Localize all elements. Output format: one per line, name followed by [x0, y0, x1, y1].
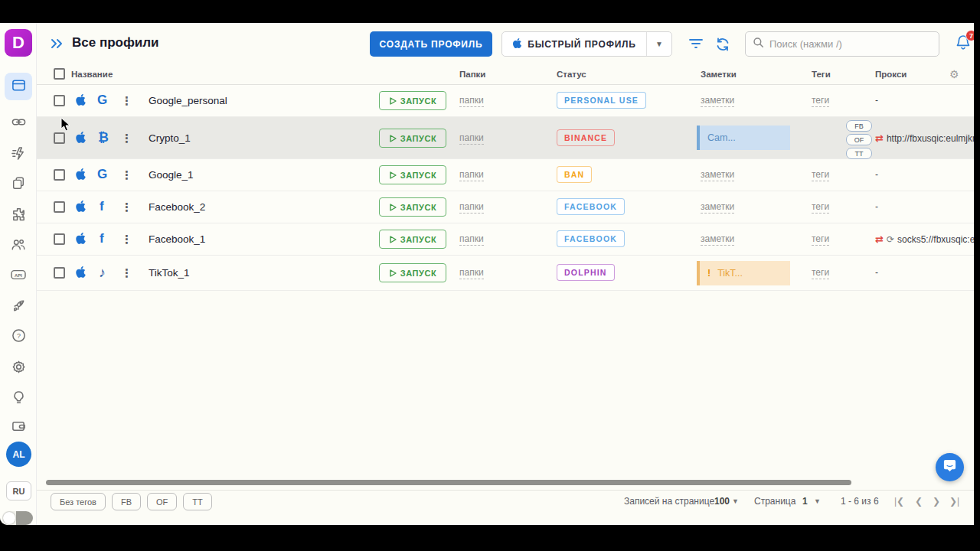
- folders-link[interactable]: папки: [459, 132, 484, 145]
- first-page-icon[interactable]: |❮: [894, 496, 904, 507]
- table-row[interactable]: ♪ ⋮ TikTok_1 ЗАПУСК папки DOLPHIN !TikT.…: [37, 256, 974, 291]
- status-badge[interactable]: FACEBOOK: [557, 230, 625, 247]
- tag-list[interactable]: FB OF TT: [846, 120, 872, 159]
- row-checkbox[interactable]: [54, 267, 65, 279]
- col-notes[interactable]: Заметки: [701, 70, 737, 79]
- select-all-checkbox[interactable]: [54, 68, 65, 80]
- notes-link[interactable]: заметки: [701, 95, 734, 107]
- horizontal-scrollbar[interactable]: [46, 480, 851, 485]
- table-row[interactable]: f ⋮ Facebook_2 ЗАПУСК папки FACEBOOK зам…: [37, 191, 974, 223]
- proxy-cell[interactable]: -: [875, 201, 974, 212]
- proxy-cell[interactable]: -: [875, 267, 974, 278]
- row-checkbox[interactable]: [54, 233, 65, 245]
- profile-name[interactable]: Facebook_2: [149, 201, 205, 213]
- table-row[interactable]: f ⋮ Facebook_1 ЗАПУСК папки FACEBOOK зам…: [37, 223, 974, 256]
- col-folders[interactable]: Папки: [459, 70, 485, 79]
- row-menu-icon[interactable]: ⋮: [121, 94, 132, 108]
- support-chat-button[interactable]: [936, 453, 964, 481]
- row-checkbox[interactable]: [54, 201, 65, 213]
- row-menu-icon[interactable]: ⋮: [121, 266, 132, 280]
- row-menu-icon[interactable]: ⋮: [121, 201, 132, 214]
- search-box[interactable]: [745, 31, 939, 57]
- tag-chip[interactable]: TT: [846, 148, 872, 159]
- avatar[interactable]: AL: [6, 442, 31, 467]
- tags-link[interactable]: теги: [812, 267, 829, 279]
- launch-button[interactable]: ЗАПУСК: [379, 91, 446, 110]
- sidebar-item-api[interactable]: API: [5, 262, 32, 290]
- sidebar-item-whatsnew[interactable]: [5, 385, 32, 412]
- sidebar-item-profiles[interactable]: [5, 73, 32, 100]
- tags-link[interactable]: теги: [812, 201, 829, 214]
- next-page-icon[interactable]: ❯: [933, 496, 940, 507]
- theme-toggle[interactable]: [2, 511, 33, 525]
- notes-link[interactable]: заметки: [701, 233, 734, 246]
- sidebar-item-help[interactable]: ?: [5, 323, 32, 350]
- notes-link[interactable]: заметки: [701, 201, 734, 214]
- table-row[interactable]: ₿ ⋮ Crypto_1 ЗАПУСК папки BINANCE Cam...…: [37, 117, 974, 159]
- proxy-cell[interactable]: ⇄⟳socks5://fbxusqic:eu: [875, 233, 974, 245]
- language-button[interactable]: RU: [6, 481, 31, 500]
- tags-link[interactable]: теги: [812, 169, 829, 181]
- profile-name[interactable]: Facebook_1: [149, 233, 205, 245]
- folders-link[interactable]: папки: [459, 95, 484, 107]
- page-select[interactable]: 1: [802, 496, 808, 507]
- row-menu-icon[interactable]: ⋮: [121, 233, 132, 246]
- row-menu-icon[interactable]: ⋮: [121, 168, 132, 182]
- launch-button[interactable]: ЗАПУСК: [379, 197, 446, 217]
- tags-link[interactable]: теги: [812, 233, 829, 246]
- collapse-sidebar-icon[interactable]: [49, 37, 64, 54]
- launch-button[interactable]: ЗАПУСК: [379, 230, 446, 249]
- profile-name[interactable]: Google_personal: [149, 95, 227, 106]
- dolphin-logo[interactable]: D: [5, 29, 32, 57]
- filter-icon[interactable]: [688, 37, 705, 52]
- sidebar-item-boost[interactable]: [5, 293, 32, 321]
- note-preview[interactable]: !TikT...: [697, 261, 790, 285]
- launch-button[interactable]: ЗАПУСК: [379, 165, 446, 184]
- quick-profile-button[interactable]: БЫСТРЫЙ ПРОФИЛЬ ▼: [501, 31, 672, 57]
- create-profile-button[interactable]: СОЗДАТЬ ПРОФИЛЬ: [370, 31, 492, 57]
- quick-profile-dropdown[interactable]: ▼: [646, 32, 671, 56]
- status-badge[interactable]: BINANCE: [557, 129, 615, 146]
- status-badge[interactable]: FACEBOOK: [557, 198, 625, 215]
- profile-name[interactable]: Google_1: [149, 169, 194, 181]
- proxy-cell[interactable]: -: [875, 95, 974, 106]
- row-checkbox[interactable]: [54, 95, 65, 106]
- proxy-cell[interactable]: ⇄http://fbxusqic:eulmjknh: [875, 132, 974, 144]
- status-badge[interactable]: PERSONAL USE: [557, 92, 646, 109]
- folders-link[interactable]: папки: [459, 267, 484, 279]
- row-menu-icon[interactable]: ⋮: [121, 132, 132, 145]
- notifications-bell-icon[interactable]: 7: [955, 34, 974, 54]
- profile-name[interactable]: TikTok_1: [149, 267, 190, 279]
- status-badge[interactable]: DOLPHIN: [557, 264, 615, 281]
- last-page-icon[interactable]: ❯|: [949, 496, 959, 507]
- sidebar-item-automation[interactable]: [5, 141, 32, 168]
- per-page-select[interactable]: 100: [714, 496, 730, 507]
- per-page-caret-icon[interactable]: ▼: [732, 497, 739, 505]
- refresh-icon[interactable]: [715, 37, 732, 52]
- folders-link[interactable]: папки: [459, 233, 484, 246]
- sidebar-item-wallet[interactable]: [5, 413, 32, 441]
- table-row[interactable]: G ⋮ Google_1 ЗАПУСК папки BAN заметки те…: [37, 159, 974, 191]
- tag-chip[interactable]: FB: [846, 120, 872, 132]
- col-proxy[interactable]: Прокси: [875, 70, 906, 79]
- table-row[interactable]: G ⋮ Google_personal ЗАПУСК папки PERSONA…: [37, 85, 974, 117]
- search-input[interactable]: [769, 38, 915, 50]
- prev-page-icon[interactable]: ❮: [915, 496, 923, 507]
- notes-link[interactable]: заметки: [701, 169, 734, 181]
- status-badge[interactable]: BAN: [557, 166, 592, 183]
- sidebar-item-sync[interactable]: [5, 171, 32, 198]
- launch-button[interactable]: ЗАПУСК: [379, 129, 446, 148]
- sidebar-item-extensions[interactable]: [5, 201, 32, 229]
- row-checkbox[interactable]: [54, 169, 65, 181]
- col-tags[interactable]: Теги: [812, 70, 831, 79]
- page-caret-icon[interactable]: ▼: [814, 497, 821, 505]
- col-status[interactable]: Статус: [557, 70, 586, 79]
- tags-link[interactable]: теги: [812, 95, 829, 107]
- launch-button[interactable]: ЗАПУСК: [379, 263, 446, 282]
- table-settings-gear-icon[interactable]: ⚙: [949, 68, 959, 80]
- folders-link[interactable]: папки: [459, 169, 484, 181]
- tag-chip[interactable]: OF: [846, 134, 872, 145]
- sidebar-item-team[interactable]: [5, 232, 32, 259]
- note-preview[interactable]: Cam...: [697, 126, 790, 150]
- sidebar-item-settings[interactable]: [5, 354, 32, 382]
